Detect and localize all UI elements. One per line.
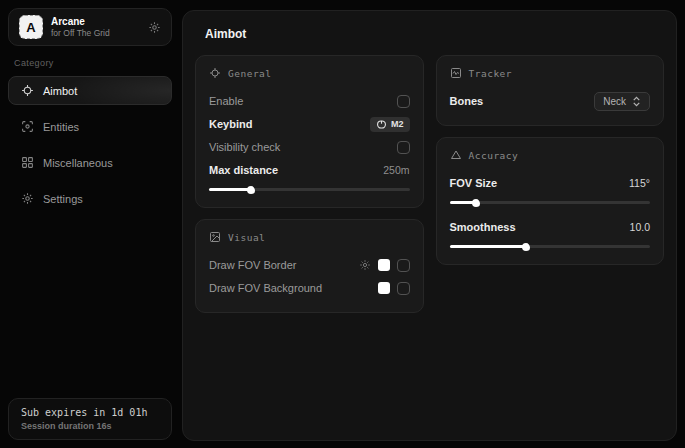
mouse-icon	[376, 120, 387, 129]
draw-fov-background-label: Draw FOV Background	[209, 282, 322, 294]
tracker-card: Tracker Bones Neck	[436, 55, 665, 126]
sidebar-item-entities[interactable]: Entities	[8, 112, 172, 141]
enable-label: Enable	[209, 95, 243, 107]
visual-card: Visual Draw FOV Border	[195, 219, 424, 313]
fov-background-color-swatch[interactable]	[378, 282, 390, 294]
max-distance-label: Max distance	[209, 164, 278, 176]
sidebar-item-settings[interactable]: Settings	[8, 184, 172, 213]
card-title: Tracker	[469, 68, 513, 79]
app-title: Arcane	[51, 16, 140, 28]
brand-card: A Arcane for Off The Grid	[8, 8, 172, 46]
smoothness-label: Smoothness	[450, 221, 516, 233]
fov-size-slider[interactable]	[450, 197, 651, 207]
gear-icon[interactable]	[148, 21, 161, 34]
fov-border-color-swatch[interactable]	[378, 259, 390, 271]
smoothness-value: 10.0	[630, 221, 650, 233]
gear-icon[interactable]	[359, 259, 371, 271]
bones-label: Bones	[450, 95, 484, 107]
sidebar-item-miscellaneous[interactable]: Miscellaneous	[8, 148, 172, 177]
general-card: General Enable Keybind	[195, 55, 424, 208]
accuracy-card: Accuracy FOV Size 115° Smoothness 10.0	[436, 137, 665, 265]
sidebar-item-label: Settings	[43, 193, 83, 205]
activity-icon	[450, 67, 462, 79]
card-title: Accuracy	[469, 150, 519, 161]
crosshair-icon	[21, 84, 34, 97]
smoothness-slider[interactable]	[450, 241, 651, 251]
max-distance-value: 250m	[383, 164, 409, 176]
sub-expires-text: Sub expires in 1d 01h	[21, 407, 159, 418]
triangle-icon	[450, 149, 462, 161]
sidebar-nav: Aimbot Entities Miscellaneous	[8, 76, 172, 220]
sidebar: A Arcane for Off The Grid Category Aimbo…	[0, 0, 180, 448]
bones-select[interactable]: Neck	[594, 92, 650, 111]
fov-background-checkbox[interactable]	[397, 282, 410, 295]
enable-checkbox[interactable]	[397, 95, 410, 108]
app-logo: A	[19, 15, 43, 39]
fov-border-checkbox[interactable]	[397, 259, 410, 272]
app-subtitle: for Off The Grid	[51, 28, 140, 38]
slider-thumb[interactable]	[522, 243, 530, 251]
card-title: General	[228, 68, 272, 79]
slider-thumb[interactable]	[472, 199, 480, 207]
subscription-status-box: Sub expires in 1d 01h Session duration 1…	[8, 398, 172, 440]
visibility-check-checkbox[interactable]	[397, 141, 410, 154]
sidebar-item-label: Aimbot	[43, 85, 77, 97]
fov-size-label: FOV Size	[450, 177, 498, 189]
chevron-up-down-icon	[632, 96, 641, 107]
grid-icon	[21, 156, 34, 169]
target-icon	[209, 67, 221, 79]
category-label: Category	[14, 58, 166, 68]
draw-fov-border-label: Draw FOV Border	[209, 259, 296, 271]
session-duration-text: Session duration 16s	[21, 421, 159, 431]
entities-scan-icon	[21, 120, 34, 133]
max-distance-slider[interactable]	[209, 184, 410, 194]
visibility-check-label: Visibility check	[209, 141, 280, 153]
keybind-button[interactable]: M2	[370, 117, 410, 132]
sidebar-item-label: Entities	[43, 121, 79, 133]
page-title: Aimbot	[205, 27, 664, 41]
sidebar-item-label: Miscellaneous	[43, 157, 113, 169]
card-title: Visual	[228, 232, 265, 243]
fov-size-value: 115°	[629, 177, 650, 189]
slider-thumb[interactable]	[247, 186, 255, 194]
gear-icon	[21, 192, 34, 205]
keybind-label: Keybind	[209, 118, 252, 130]
sidebar-item-aimbot[interactable]: Aimbot	[8, 76, 172, 105]
image-icon	[209, 231, 221, 243]
main-panel: Aimbot General Enable	[182, 10, 677, 441]
